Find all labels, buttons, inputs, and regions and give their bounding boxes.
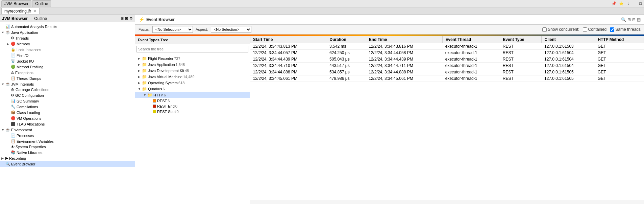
event-tree-item-http[interactable]: ▼ 📁 HTTP 6 — [135, 92, 250, 98]
table-row[interactable]: 12/2/24, 3:34:44.710 PM443.517 μs12/2/24… — [250, 63, 644, 69]
item-icon: ⚙ — [11, 93, 14, 97]
sidebar-item-native-libraries[interactable]: 📚 Native Libraries — [0, 150, 135, 155]
filter-icon[interactable]: ⊞ — [627, 17, 631, 22]
sidebar-item-method-profiling[interactable]: 🟢 Method Profiling — [0, 64, 135, 70]
jvm-browser-tab-label: JVM Browser — [4, 1, 28, 6]
settings-icon[interactable]: ⚙ — [129, 16, 133, 21]
sidebar-item-lock-instances[interactable]: 🔒 Lock Instances — [0, 47, 135, 52]
col-header-event-type[interactable]: Event Type — [500, 36, 542, 43]
grid-icon[interactable]: ⊟ — [632, 17, 636, 22]
show-concurrent-label[interactable]: Show concurrent: — [542, 27, 579, 32]
event-type-count: 14,489 — [183, 75, 195, 79]
event-tree-item-java-virtual-machine[interactable]: ▶ 📁 Java Virtual Machine 14,489 — [135, 74, 250, 80]
same-threads-checkbox[interactable] — [610, 27, 614, 32]
expand-arrow: ▶ — [7, 42, 11, 46]
focus-select[interactable]: <No Selection> — [152, 26, 193, 33]
event-tree-item-java-dev-kit[interactable]: ▶ 📁 Java Development Kit 48 — [135, 68, 250, 74]
item-icon: 📄 — [11, 133, 16, 138]
event-type-cell: REST — [500, 56, 542, 63]
sidebar-item-java-app[interactable]: ▼ ☕ Java Application — [0, 29, 135, 35]
outline-nav-tab[interactable]: Outline — [34, 16, 47, 21]
event-tree-item-rest-start[interactable]: REST Start 0 — [135, 109, 250, 114]
item-icon: 📡 — [11, 59, 16, 63]
sidebar-item-exceptions[interactable]: ⚠ Exceptions — [0, 70, 135, 75]
event-tree-item-rest[interactable]: REST 6 — [135, 98, 250, 104]
contained-label[interactable]: Contained — [583, 27, 607, 32]
show-concurrent-checkbox[interactable] — [542, 27, 547, 32]
sidebar-item-gc-configuration[interactable]: ⚙ GC Configuration — [0, 92, 135, 98]
event-tree-item-quarkus[interactable]: ▼ 📁 Quarkus 6 — [135, 86, 250, 92]
event-type-label: Operating System — [148, 81, 178, 85]
table-row[interactable]: 12/2/24, 3:34:44.888 PM534.857 μs12/2/24… — [250, 69, 644, 75]
aspect-select[interactable]: <No Selection> — [211, 26, 251, 33]
file-tab[interactable]: myrecording.jfr ✕ — [1, 8, 40, 14]
sidebar-item-label: GC Summary — [17, 99, 39, 103]
minimize-icon[interactable]: — — [632, 1, 638, 6]
scrollbar-bottom[interactable] — [250, 200, 644, 204]
sidebar-item-environment[interactable]: ▼ ☕ Environment — [0, 127, 135, 133]
star-icon[interactable]: ⭐ — [618, 1, 625, 6]
expand-all-icon[interactable]: ⊞ — [125, 16, 128, 21]
outline-tab[interactable]: Outline — [32, 0, 51, 7]
sidebar-item-socket-io[interactable]: 📡 Socket I/O — [0, 58, 135, 64]
http-method-cell: GET — [595, 75, 644, 82]
event-browser-title: ⚡ Event Browser — [139, 17, 175, 22]
sidebar-item-threads[interactable]: ⚙ Threads — [0, 35, 135, 41]
jvm-browser-nav-tab[interactable]: JVM Browser — [2, 16, 28, 21]
jvm-browser-tab[interactable]: JVM Browser — [1, 0, 31, 7]
sidebar-item-file-io[interactable]: 📄 File I/O — [0, 52, 135, 58]
layout-icon[interactable]: ▤ — [637, 17, 641, 22]
pin-icon[interactable]: 📌 — [611, 1, 617, 6]
sidebar-item-class-loading[interactable]: 📦 Class Loading — [0, 110, 135, 115]
sidebar-item-compilations[interactable]: 🔧 Compilations — [0, 104, 135, 110]
item-icon: 📄 — [11, 53, 16, 58]
maximize-icon[interactable]: □ — [638, 1, 643, 6]
search-input[interactable] — [137, 46, 248, 52]
sidebar-item-thread-dumps[interactable]: 📋 Thread Dumps — [0, 75, 135, 81]
event-tree-item-java-application[interactable]: ▶ 📁 Java Application 1,648 — [135, 62, 250, 68]
top-bar: JVM Browser Outline 📌 ⭐ ⋮ — □ — [0, 0, 644, 7]
col-header-http-method[interactable]: HTTP Method — [595, 36, 644, 43]
table-row[interactable]: 12/2/24, 3:34:44.057 PM624.250 μs12/2/24… — [250, 50, 644, 56]
collapse-all-icon[interactable]: ⊟ — [121, 16, 124, 21]
contained-checkbox[interactable] — [583, 27, 587, 32]
sidebar-item-jvm-internals[interactable]: ▼ ☕ JVM Internals — [0, 81, 135, 87]
table-row[interactable]: 12/2/24, 3:34:43.813 PM3.542 ms12/2/24, … — [250, 43, 644, 50]
sidebar-item-env-variables[interactable]: 📋 Environment Variables — [0, 138, 135, 144]
table-row[interactable]: 12/2/24, 3:34:44.439 PM505.043 μs12/2/24… — [250, 56, 644, 63]
sidebar-item-automated[interactable]: 📊 Automated Analysis Results — [0, 24, 135, 29]
event-tree-item-flight-recorder[interactable]: ▶ 📁 Flight Recorder 737 — [135, 55, 250, 62]
col-header-start-time[interactable]: Start Time — [250, 36, 327, 43]
client-cell: 127.0.0.1:61504 — [542, 63, 595, 69]
same-threads-label[interactable]: Same threads — [610, 27, 641, 32]
col-header-client[interactable]: Client — [542, 36, 595, 43]
sidebar-item-label: Event Browser — [11, 162, 35, 166]
left-panel: JVM Browser | Outline ⊟ ⊞ ⚙ 📊 Automated … — [0, 15, 135, 204]
event-thread-cell: executor-thread-1 — [443, 50, 500, 56]
zoom-icon[interactable]: 🔍 — [621, 17, 626, 22]
table-container: Start TimeDurationEnd TimeEvent ThreadEv… — [250, 36, 644, 200]
col-header-event-thread[interactable]: Event Thread — [443, 36, 500, 43]
sidebar-item-processes[interactable]: 📄 Processes — [0, 133, 135, 138]
sidebar-item-garbage-collections[interactable]: 🗑 Garbage Collections — [0, 87, 135, 92]
sidebar-item-system-properties[interactable]: 👁 System Properties — [0, 144, 135, 150]
col-header-end-time[interactable]: End Time — [366, 36, 443, 43]
content-area: Event Types Tree ▶ 📁 Flight Recorder 737… — [135, 36, 644, 204]
jvm-browser-nav-label: JVM Browser — [2, 16, 28, 21]
http-method-cell: GET — [595, 69, 644, 75]
sidebar-item-event-browser[interactable]: 🔍 Event Browser — [0, 161, 135, 167]
event-tree-item-operating-system[interactable]: ▶ 📁 Operating System 618 — [135, 80, 250, 86]
menu-icon[interactable]: ⋮ — [625, 1, 631, 6]
sidebar-item-tlab-allocations[interactable]: ⬛ TLAB Allocations — [0, 121, 135, 127]
col-header-duration[interactable]: Duration — [327, 36, 366, 43]
sidebar-item-recording[interactable]: ▶ ▶ Recording — [0, 155, 135, 161]
close-icon[interactable]: ✕ — [33, 9, 36, 14]
sidebar-item-label: GC Configuration — [15, 93, 44, 97]
table-row[interactable]: 12/2/24, 3:34:45.061 PM478.986 μs12/2/24… — [250, 75, 644, 82]
client-cell: 127.0.0.1:61505 — [542, 75, 595, 82]
item-icon: 🔧 — [11, 105, 16, 109]
sidebar-item-gc-summary[interactable]: 📊 GC Summary — [0, 98, 135, 104]
sidebar-item-vm-operations[interactable]: 🔴 VM Operations — [0, 115, 135, 121]
sidebar-item-memory[interactable]: ▶ 🔴 Memory — [0, 41, 135, 47]
event-tree-item-rest-end[interactable]: REST End 0 — [135, 104, 250, 109]
